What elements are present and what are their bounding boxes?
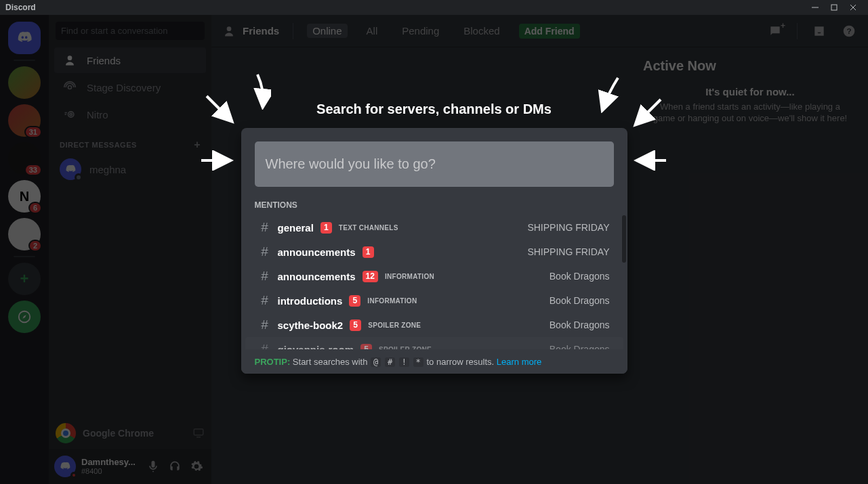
annotation-arrow-icon <box>251 72 271 110</box>
modal-overlay[interactable]: Search for servers, channels or DMs Wher… <box>0 15 868 484</box>
annotation-arrow-icon <box>630 96 664 130</box>
learn-more-link[interactable]: Learn more <box>497 357 541 367</box>
result-row[interactable]: # scythe-book2 5 SPOILER ZONE Book Drago… <box>245 313 623 337</box>
mention-badge: 5 <box>350 320 361 331</box>
results-section-header: MENTIONS <box>241 200 627 215</box>
svg-line-10 <box>637 100 661 123</box>
mention-badge: 1 <box>321 222 332 234</box>
svg-line-9 <box>207 96 230 120</box>
result-row[interactable]: # introductions 5 INFORMATION Book Drago… <box>245 288 623 313</box>
annotation-arrow-icon <box>596 76 623 113</box>
close-button[interactable] <box>844 0 863 15</box>
results-list: # general 1 TEXT CHANNELS SHIPPING FRIDA… <box>241 215 627 349</box>
quickswitcher-modal: Where would you like to go? MENTIONS # g… <box>241 128 627 374</box>
mention-badge: 12 <box>363 271 378 282</box>
maximize-button[interactable] <box>825 0 844 15</box>
mention-badge: 1 <box>363 246 374 258</box>
annotation-arrow-icon <box>203 93 237 127</box>
result-row[interactable]: # general 1 TEXT CHANNELS SHIPPING FRIDA… <box>245 215 623 240</box>
mention-badge: 5 <box>360 344 372 350</box>
annotation-arrow-icon <box>200 150 234 171</box>
hash-icon: # <box>259 220 271 235</box>
hash-icon: # <box>259 317 271 332</box>
mention-badge: 5 <box>349 295 360 307</box>
minimize-button[interactable] <box>806 0 825 15</box>
svg-rect-0 <box>831 5 837 10</box>
app-name: Discord <box>5 3 36 12</box>
hash-icon: # <box>259 244 271 259</box>
result-row[interactable]: # announcements 12 INFORMATION Book Drag… <box>245 264 623 288</box>
titlebar: Discord <box>0 0 868 15</box>
hash-icon: # <box>259 293 271 308</box>
result-row[interactable]: # announcements 1 SHIPPING FRIDAY <box>245 240 623 264</box>
quickswitcher-title: Search for servers, channels or DMs <box>316 102 552 117</box>
scrollbar-thumb[interactable] <box>622 215 626 263</box>
annotation-arrow-icon <box>634 150 667 171</box>
quickswitcher-footer: PROTIP: Start searches with @ # ! * to n… <box>241 349 627 374</box>
hash-icon: # <box>259 269 271 284</box>
result-row[interactable]: # giovannis-room 5 SPOILER ZONE Book Dra… <box>245 337 623 349</box>
hash-icon: # <box>259 342 271 349</box>
quickswitcher-input[interactable]: Where would you like to go? <box>255 141 614 187</box>
